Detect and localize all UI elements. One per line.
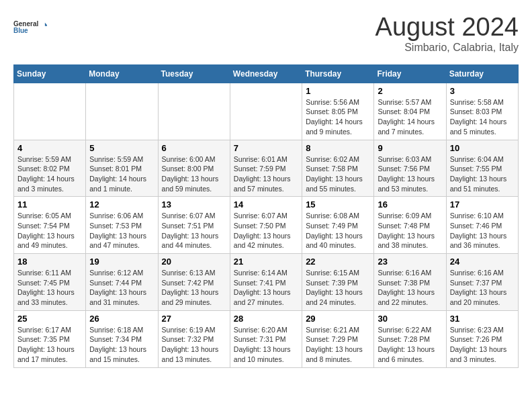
day-number: 5	[89, 143, 154, 153]
header-sunday: Sunday	[14, 64, 86, 83]
day-info: Sunrise: 6:16 AMSunset: 7:37 PMDaylight:…	[450, 269, 507, 306]
day-info: Sunrise: 6:07 AMSunset: 7:51 PMDaylight:…	[162, 212, 219, 249]
day-number: 13	[162, 199, 226, 210]
day-info: Sunrise: 5:56 AMSunset: 8:05 PMDaylight:…	[306, 98, 363, 136]
day-number: 31	[450, 314, 515, 324]
calendar-cell: 16Sunrise: 6:09 AMSunset: 7:48 PMDayligh…	[374, 197, 446, 254]
day-info: Sunrise: 6:21 AMSunset: 7:29 PMDaylight:…	[306, 326, 363, 363]
day-number: 16	[378, 199, 442, 210]
calendar-cell: 20Sunrise: 6:13 AMSunset: 7:42 PMDayligh…	[158, 254, 230, 311]
day-info: Sunrise: 6:01 AMSunset: 7:59 PMDaylight:…	[234, 155, 291, 193]
svg-marker-2	[45, 23, 47, 26]
day-info: Sunrise: 6:00 AMSunset: 8:00 PMDaylight:…	[162, 155, 219, 193]
calendar-cell: 31Sunrise: 6:23 AMSunset: 7:26 PMDayligh…	[446, 310, 518, 367]
day-number: 21	[234, 257, 298, 267]
day-info: Sunrise: 6:17 AMSunset: 7:35 PMDaylight:…	[17, 326, 75, 363]
day-number: 8	[306, 143, 370, 153]
subtitle: Simbario, Calabria, Italy	[375, 42, 519, 54]
day-number: 11	[17, 199, 82, 210]
calendar-cell: 6Sunrise: 6:00 AMSunset: 8:00 PMDaylight…	[158, 140, 230, 197]
calendar-table: Sunday Monday Tuesday Wednesday Thursday…	[13, 64, 519, 368]
day-number: 6	[162, 143, 226, 153]
calendar-cell	[86, 83, 158, 140]
calendar-cell: 25Sunrise: 6:17 AMSunset: 7:35 PMDayligh…	[14, 310, 86, 367]
day-info: Sunrise: 6:05 AMSunset: 7:54 PMDaylight:…	[17, 212, 75, 249]
calendar-week-4: 18Sunrise: 6:11 AMSunset: 7:45 PMDayligh…	[14, 254, 519, 311]
day-number: 9	[378, 143, 442, 153]
day-number: 26	[89, 314, 154, 324]
day-info: Sunrise: 6:18 AMSunset: 7:34 PMDaylight:…	[89, 326, 146, 363]
calendar-cell	[158, 83, 230, 140]
day-number: 28	[234, 314, 298, 324]
calendar-week-3: 11Sunrise: 6:05 AMSunset: 7:54 PMDayligh…	[14, 197, 519, 254]
day-info: Sunrise: 6:13 AMSunset: 7:42 PMDaylight:…	[162, 269, 219, 306]
calendar-cell: 4Sunrise: 5:59 AMSunset: 8:02 PMDaylight…	[14, 140, 86, 197]
day-number: 15	[306, 199, 370, 210]
day-info: Sunrise: 6:12 AMSunset: 7:44 PMDaylight:…	[89, 269, 146, 306]
day-number: 29	[306, 314, 370, 324]
calendar-cell: 8Sunrise: 6:02 AMSunset: 7:58 PMDaylight…	[302, 140, 374, 197]
calendar-cell: 21Sunrise: 6:14 AMSunset: 7:41 PMDayligh…	[230, 254, 302, 311]
day-info: Sunrise: 6:23 AMSunset: 7:26 PMDaylight:…	[450, 326, 507, 363]
calendar-week-2: 4Sunrise: 5:59 AMSunset: 8:02 PMDaylight…	[14, 140, 519, 197]
header-row: Sunday Monday Tuesday Wednesday Thursday…	[14, 64, 519, 83]
day-info: Sunrise: 6:03 AMSunset: 7:56 PMDaylight:…	[378, 155, 435, 193]
day-info: Sunrise: 6:08 AMSunset: 7:49 PMDaylight:…	[306, 212, 363, 249]
calendar-header: Sunday Monday Tuesday Wednesday Thursday…	[14, 64, 519, 83]
calendar-body: 1Sunrise: 5:56 AMSunset: 8:05 PMDaylight…	[14, 83, 519, 367]
day-info: Sunrise: 6:19 AMSunset: 7:32 PMDaylight:…	[162, 326, 219, 363]
day-info: Sunrise: 6:04 AMSunset: 7:55 PMDaylight:…	[450, 155, 507, 193]
day-number: 17	[450, 199, 515, 210]
day-number: 30	[378, 314, 442, 324]
day-info: Sunrise: 6:07 AMSunset: 7:50 PMDaylight:…	[234, 212, 291, 249]
calendar-cell: 13Sunrise: 6:07 AMSunset: 7:51 PMDayligh…	[158, 197, 230, 254]
day-info: Sunrise: 5:57 AMSunset: 8:04 PMDaylight:…	[378, 98, 435, 136]
day-number: 7	[234, 143, 298, 153]
svg-text:General: General	[13, 20, 38, 28]
day-info: Sunrise: 5:59 AMSunset: 8:01 PMDaylight:…	[89, 155, 146, 193]
calendar-cell: 14Sunrise: 6:07 AMSunset: 7:50 PMDayligh…	[230, 197, 302, 254]
calendar-cell: 17Sunrise: 6:10 AMSunset: 7:46 PMDayligh…	[446, 197, 518, 254]
header-tuesday: Tuesday	[158, 64, 230, 83]
header-thursday: Thursday	[302, 64, 374, 83]
day-number: 23	[378, 257, 442, 267]
day-info: Sunrise: 5:59 AMSunset: 8:02 PMDaylight:…	[17, 155, 75, 193]
day-info: Sunrise: 6:10 AMSunset: 7:46 PMDaylight:…	[450, 212, 507, 249]
day-number: 10	[450, 143, 515, 153]
calendar-cell: 1Sunrise: 5:56 AMSunset: 8:05 PMDaylight…	[302, 83, 374, 140]
day-info: Sunrise: 5:58 AMSunset: 8:03 PMDaylight:…	[450, 98, 507, 136]
day-info: Sunrise: 6:02 AMSunset: 7:58 PMDaylight:…	[306, 155, 363, 193]
calendar-cell: 5Sunrise: 5:59 AMSunset: 8:01 PMDaylight…	[86, 140, 158, 197]
day-number: 1	[306, 86, 370, 96]
logo-svg: General Blue	[13, 13, 47, 40]
calendar-week-5: 25Sunrise: 6:17 AMSunset: 7:35 PMDayligh…	[14, 310, 519, 367]
day-info: Sunrise: 6:15 AMSunset: 7:39 PMDaylight:…	[306, 269, 363, 306]
calendar-cell: 22Sunrise: 6:15 AMSunset: 7:39 PMDayligh…	[302, 254, 374, 311]
day-number: 24	[450, 257, 515, 267]
calendar-cell: 7Sunrise: 6:01 AMSunset: 7:59 PMDaylight…	[230, 140, 302, 197]
day-number: 14	[234, 199, 298, 210]
header-friday: Friday	[374, 64, 446, 83]
day-info: Sunrise: 6:14 AMSunset: 7:41 PMDaylight:…	[234, 269, 291, 306]
calendar-cell	[14, 83, 86, 140]
day-number: 18	[17, 257, 82, 267]
calendar-cell: 12Sunrise: 6:06 AMSunset: 7:53 PMDayligh…	[86, 197, 158, 254]
title-block: August 2024 Simbario, Calabria, Italy	[375, 13, 519, 54]
day-number: 3	[450, 86, 515, 96]
page-header: General Blue August 2024 Simbario, Calab…	[13, 13, 519, 54]
svg-text:Blue: Blue	[13, 27, 28, 34]
day-info: Sunrise: 6:20 AMSunset: 7:31 PMDaylight:…	[234, 326, 291, 363]
calendar-week-1: 1Sunrise: 5:56 AMSunset: 8:05 PMDaylight…	[14, 83, 519, 140]
day-number: 2	[378, 86, 442, 96]
calendar-cell: 24Sunrise: 6:16 AMSunset: 7:37 PMDayligh…	[446, 254, 518, 311]
day-info: Sunrise: 6:16 AMSunset: 7:38 PMDaylight:…	[378, 269, 435, 306]
day-number: 20	[162, 257, 226, 267]
calendar-cell: 3Sunrise: 5:58 AMSunset: 8:03 PMDaylight…	[446, 83, 518, 140]
calendar-cell: 2Sunrise: 5:57 AMSunset: 8:04 PMDaylight…	[374, 83, 446, 140]
day-info: Sunrise: 6:06 AMSunset: 7:53 PMDaylight:…	[89, 212, 146, 249]
calendar-cell: 30Sunrise: 6:22 AMSunset: 7:28 PMDayligh…	[374, 310, 446, 367]
calendar-cell	[230, 83, 302, 140]
day-number: 12	[89, 199, 154, 210]
calendar-cell: 29Sunrise: 6:21 AMSunset: 7:29 PMDayligh…	[302, 310, 374, 367]
day-number: 19	[89, 257, 154, 267]
